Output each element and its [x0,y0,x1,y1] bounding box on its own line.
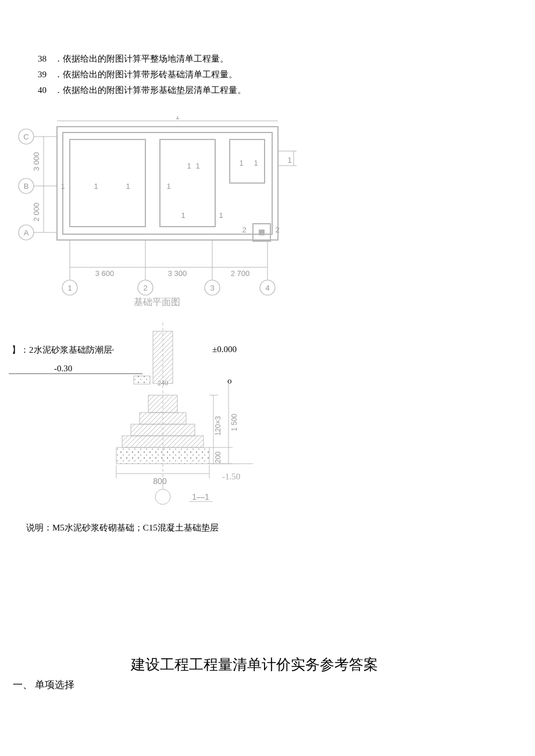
question-item: 38．依据给出的附图计算平整场地清单工程量。 [38,51,246,67]
question-text: ．依据给出的附图计算带形砖基础清单工程量。 [54,70,237,79]
question-text: ．依据给出的附图计算平整场地清单工程量。 [54,54,229,63]
svg-rect-37 [116,447,209,464]
svg-rect-35 [131,424,195,436]
axis-label: 1 [67,284,72,292]
dim-label: 3 600 [95,269,115,278]
answer-key-title: 建设工程工程量清单计价实务参考答案 [131,655,378,674]
room-mark: 1 [287,156,291,164]
dim-label: 3 300 [168,269,187,278]
axis-label: 2 [143,284,147,292]
room-mark: 1 [254,159,258,167]
answer-section-heading: 一、 单项选择 [13,678,74,691]
section-label: 1—1 [192,492,209,501]
dim-label: 2 700 [231,269,250,278]
dim-1500: 1 500 [230,414,238,431]
question-num: 38 [38,51,54,67]
room-mark: 1 [166,182,170,191]
svg-rect-6 [259,230,265,235]
room-mark: 2 [242,225,246,234]
dim-label: 3 000 [32,152,41,171]
materials-note: 说明：M5水泥砂浆砖砌基础；C15混凝土基础垫层 [26,522,219,533]
svg-rect-32 [153,331,173,384]
axis-label: B [24,182,29,191]
question-text: ．依据给出的附图计算带形基础垫层清单工程量。 [54,85,246,95]
room-mark: 2 [275,225,279,234]
figure-caption: 基础平面图 [134,297,180,307]
axis-label: C [23,132,28,141]
svg-rect-4 [230,139,265,183]
question-num: 40 [38,83,54,98]
room-mark: 1 [195,162,199,170]
axis-label: 4 [265,284,269,292]
room-mark: 1 [60,182,65,191]
question-item: 39．依据给出的附图计算带形砖基础清单工程量。 [38,67,246,83]
room-mark: 1 [126,182,130,191]
svg-rect-36 [122,436,204,447]
svg-rect-2 [70,139,145,227]
room-mark: 1 [94,182,98,191]
svg-rect-38 [134,376,150,384]
svg-point-48 [155,489,170,504]
svg-rect-34 [140,413,186,424]
room-mark: 1 [181,211,185,220]
question-num: 39 [38,67,54,83]
foundation-plan-figure: C B A 1 2 3 4 3 000 2 000 3 600 3 300 2 … [9,116,317,308]
room-mark: 1 [239,159,243,167]
axis-label: 3 [210,284,214,292]
dim-label: 2 000 [32,203,41,222]
svg-rect-33 [148,395,177,413]
room-mark: 1 [219,211,223,220]
dim-200: 200 [214,452,222,463]
svg-text:1: 1 [176,116,180,121]
foundation-section-figure: 240 [9,323,276,508]
question-list: 38．依据给出的附图计算平整场地清单工程量。 39．依据给出的附图计算带形砖基础… [38,51,246,98]
room-mark: 1 [187,162,191,170]
dim-240: 240 [158,379,168,387]
dim-800: 800 [153,476,167,486]
question-item: 40．依据给出的附图计算带形基础垫层清单工程量。 [38,83,246,98]
axis-label: A [24,228,29,237]
dim-120x3: 120×3 [214,416,222,436]
